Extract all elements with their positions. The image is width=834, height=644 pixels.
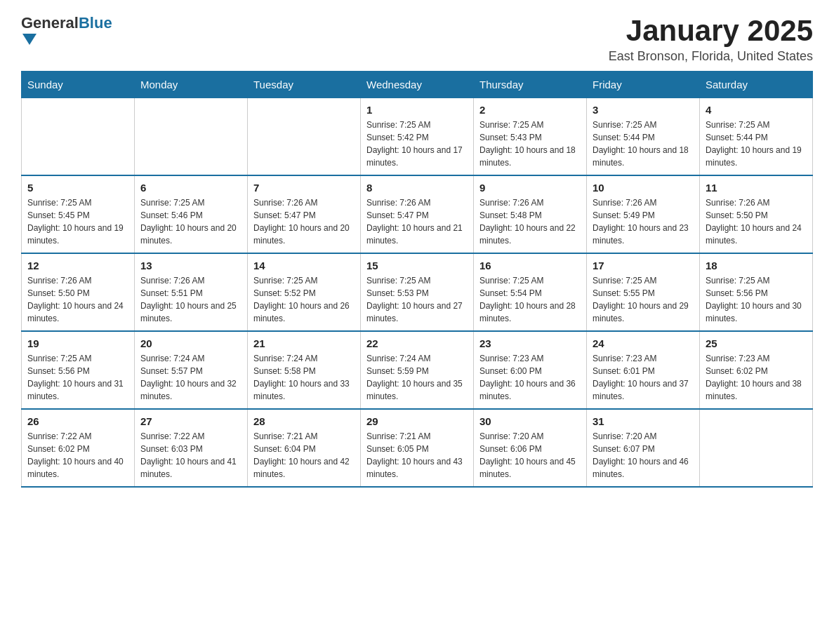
day-info: Sunrise: 7:24 AMSunset: 5:59 PMDaylight:… (366, 352, 468, 403)
day-number: 29 (366, 415, 468, 427)
day-info: Sunrise: 7:20 AMSunset: 6:06 PMDaylight:… (479, 430, 581, 481)
day-number: 13 (140, 260, 241, 271)
day-number: 31 (593, 415, 694, 427)
calendar-day-cell: 19Sunrise: 7:25 AMSunset: 5:56 PMDayligh… (22, 331, 135, 409)
calendar-day-cell: 14Sunrise: 7:25 AMSunset: 5:52 PMDayligh… (248, 253, 361, 331)
day-of-week-header: Monday (135, 72, 248, 98)
day-info: Sunrise: 7:24 AMSunset: 5:57 PMDaylight:… (140, 352, 241, 403)
day-info: Sunrise: 7:25 AMSunset: 5:42 PMDaylight:… (366, 119, 468, 169)
calendar-day-cell: 18Sunrise: 7:25 AMSunset: 5:56 PMDayligh… (700, 253, 813, 331)
day-info: Sunrise: 7:25 AMSunset: 5:45 PMDaylight:… (27, 196, 128, 247)
day-info: Sunrise: 7:25 AMSunset: 5:56 PMDaylight:… (27, 352, 128, 403)
month-title: January 2025 (609, 14, 813, 48)
day-number: 16 (479, 260, 581, 271)
calendar-day-cell: 13Sunrise: 7:26 AMSunset: 5:51 PMDayligh… (135, 253, 248, 331)
day-of-week-header: Saturday (700, 72, 813, 98)
day-info: Sunrise: 7:21 AMSunset: 6:05 PMDaylight:… (366, 430, 468, 481)
page-header: GeneralBlue January 2025 East Bronson, F… (21, 14, 813, 64)
day-number: 21 (253, 337, 355, 349)
day-info: Sunrise: 7:26 AMSunset: 5:50 PMDaylight:… (706, 196, 807, 247)
day-number: 7 (253, 182, 355, 194)
logo-triangle-icon (22, 34, 37, 45)
calendar-week-row: 26Sunrise: 7:22 AMSunset: 6:02 PMDayligh… (22, 409, 813, 487)
logo: GeneralBlue (21, 14, 112, 45)
calendar-day-cell: 20Sunrise: 7:24 AMSunset: 5:57 PMDayligh… (135, 331, 248, 409)
calendar-day-cell: 8Sunrise: 7:26 AMSunset: 5:47 PMDaylight… (361, 175, 474, 253)
calendar-day-cell: 30Sunrise: 7:20 AMSunset: 6:06 PMDayligh… (474, 409, 587, 487)
day-number: 5 (27, 182, 128, 194)
day-info: Sunrise: 7:25 AMSunset: 5:53 PMDaylight:… (366, 274, 468, 325)
day-of-week-header: Friday (587, 72, 700, 98)
calendar-day-cell: 15Sunrise: 7:25 AMSunset: 5:53 PMDayligh… (361, 253, 474, 331)
day-number: 30 (479, 415, 581, 427)
day-info: Sunrise: 7:20 AMSunset: 6:07 PMDaylight:… (593, 430, 694, 481)
day-number: 15 (366, 260, 468, 271)
day-number: 8 (366, 182, 468, 194)
calendar-day-cell: 21Sunrise: 7:24 AMSunset: 5:58 PMDayligh… (248, 331, 361, 409)
day-number: 1 (366, 104, 468, 116)
day-number: 20 (140, 337, 241, 349)
calendar-day-cell: 26Sunrise: 7:22 AMSunset: 6:02 PMDayligh… (22, 409, 135, 487)
day-info: Sunrise: 7:23 AMSunset: 6:00 PMDaylight:… (479, 352, 581, 403)
day-info: Sunrise: 7:26 AMSunset: 5:47 PMDaylight:… (366, 196, 468, 247)
day-number: 9 (479, 182, 581, 194)
day-info: Sunrise: 7:23 AMSunset: 6:02 PMDaylight:… (706, 352, 807, 403)
day-info: Sunrise: 7:25 AMSunset: 5:44 PMDaylight:… (706, 119, 807, 169)
day-info: Sunrise: 7:25 AMSunset: 5:44 PMDaylight:… (593, 119, 694, 169)
logo-general: General (21, 14, 79, 32)
day-info: Sunrise: 7:25 AMSunset: 5:56 PMDaylight:… (706, 274, 807, 325)
calendar-week-row: 12Sunrise: 7:26 AMSunset: 5:50 PMDayligh… (22, 253, 813, 331)
day-of-week-header: Thursday (474, 72, 587, 98)
calendar-day-cell: 23Sunrise: 7:23 AMSunset: 6:00 PMDayligh… (474, 331, 587, 409)
day-info: Sunrise: 7:25 AMSunset: 5:52 PMDaylight:… (253, 274, 355, 325)
calendar-day-cell: 17Sunrise: 7:25 AMSunset: 5:55 PMDayligh… (587, 253, 700, 331)
day-number: 11 (706, 182, 807, 194)
day-of-week-header: Sunday (22, 72, 135, 98)
calendar-day-cell: 28Sunrise: 7:21 AMSunset: 6:04 PMDayligh… (248, 409, 361, 487)
day-info: Sunrise: 7:26 AMSunset: 5:47 PMDaylight:… (253, 196, 355, 247)
calendar-day-cell: 12Sunrise: 7:26 AMSunset: 5:50 PMDayligh… (22, 253, 135, 331)
day-info: Sunrise: 7:21 AMSunset: 6:04 PMDaylight:… (253, 430, 355, 481)
calendar-day-cell: 3Sunrise: 7:25 AMSunset: 5:44 PMDaylight… (587, 98, 700, 176)
location-title: East Bronson, Florida, United States (609, 49, 813, 64)
day-info: Sunrise: 7:26 AMSunset: 5:50 PMDaylight:… (27, 274, 128, 325)
calendar-day-cell: 10Sunrise: 7:26 AMSunset: 5:49 PMDayligh… (587, 175, 700, 253)
day-number: 22 (366, 337, 468, 349)
day-number: 3 (593, 104, 694, 116)
calendar-day-cell: 16Sunrise: 7:25 AMSunset: 5:54 PMDayligh… (474, 253, 587, 331)
calendar-day-cell: 31Sunrise: 7:20 AMSunset: 6:07 PMDayligh… (587, 409, 700, 487)
calendar-week-row: 5Sunrise: 7:25 AMSunset: 5:45 PMDaylight… (22, 175, 813, 253)
day-number: 2 (479, 104, 581, 116)
calendar-day-cell: 27Sunrise: 7:22 AMSunset: 6:03 PMDayligh… (135, 409, 248, 487)
calendar-day-cell: 2Sunrise: 7:25 AMSunset: 5:43 PMDaylight… (474, 98, 587, 176)
day-of-week-header: Tuesday (248, 72, 361, 98)
day-info: Sunrise: 7:25 AMSunset: 5:55 PMDaylight:… (593, 274, 694, 325)
day-info: Sunrise: 7:22 AMSunset: 6:03 PMDaylight:… (140, 430, 241, 481)
calendar-day-cell (700, 409, 813, 487)
calendar-table: SundayMondayTuesdayWednesdayThursdayFrid… (21, 71, 813, 488)
day-number: 26 (27, 415, 128, 427)
day-number: 28 (253, 415, 355, 427)
calendar-day-cell: 6Sunrise: 7:25 AMSunset: 5:46 PMDaylight… (135, 175, 248, 253)
day-info: Sunrise: 7:26 AMSunset: 5:49 PMDaylight:… (593, 196, 694, 247)
day-number: 25 (706, 337, 807, 349)
day-number: 14 (253, 260, 355, 271)
day-number: 6 (140, 182, 241, 194)
calendar-day-cell: 25Sunrise: 7:23 AMSunset: 6:02 PMDayligh… (700, 331, 813, 409)
day-number: 12 (27, 260, 128, 271)
calendar-day-cell: 5Sunrise: 7:25 AMSunset: 5:45 PMDaylight… (22, 175, 135, 253)
day-number: 17 (593, 260, 694, 271)
title-section: January 2025 East Bronson, Florida, Unit… (609, 14, 813, 64)
day-number: 19 (27, 337, 128, 349)
day-number: 10 (593, 182, 694, 194)
calendar-day-cell (135, 98, 248, 176)
day-info: Sunrise: 7:23 AMSunset: 6:01 PMDaylight:… (593, 352, 694, 403)
day-info: Sunrise: 7:26 AMSunset: 5:48 PMDaylight:… (479, 196, 581, 247)
calendar-day-cell (22, 98, 135, 176)
calendar-day-cell: 24Sunrise: 7:23 AMSunset: 6:01 PMDayligh… (587, 331, 700, 409)
day-info: Sunrise: 7:25 AMSunset: 5:46 PMDaylight:… (140, 196, 241, 247)
logo-blue: Blue (79, 14, 112, 32)
calendar-day-cell: 1Sunrise: 7:25 AMSunset: 5:42 PMDaylight… (361, 98, 474, 176)
day-of-week-header: Wednesday (361, 72, 474, 98)
calendar-day-cell: 7Sunrise: 7:26 AMSunset: 5:47 PMDaylight… (248, 175, 361, 253)
